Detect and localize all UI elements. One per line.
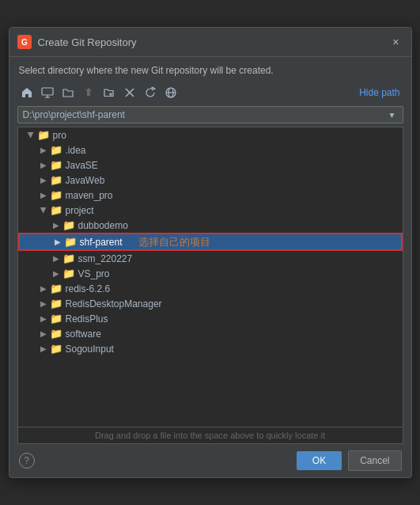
tree-item-shf-parent[interactable]: ▶ 📁 shf-parent 选择自己的项目 xyxy=(18,233,403,251)
tree-label-dubbodemo: dubbodemo xyxy=(78,220,128,231)
new-folder-button[interactable] xyxy=(100,84,119,101)
svg-rect-2 xyxy=(42,88,53,95)
tree-item-idea[interactable]: ▶ 📁 .idea xyxy=(18,142,403,158)
create-git-repository-dialog: G Create Git Repository × Select directo… xyxy=(9,27,412,478)
svg-text:G: G xyxy=(21,38,28,47)
git-icon: G xyxy=(17,35,32,49)
folder-pro-icon: 📁 xyxy=(37,129,50,141)
tree-label-sogou: SogouInput xyxy=(66,344,114,355)
folder-dubbodemo-icon: 📁 xyxy=(62,219,75,231)
chevron-ssm: ▶ xyxy=(50,254,62,263)
refresh-icon xyxy=(144,86,157,99)
chevron-idea: ▶ xyxy=(37,146,50,154)
tree-item-software[interactable]: ▶ 📁 software xyxy=(18,326,403,341)
tree-item-project[interactable]: ▶ 📁 project xyxy=(18,203,403,218)
folder-icon xyxy=(62,86,74,99)
chevron-sogou: ▶ xyxy=(37,344,50,353)
up-button[interactable] xyxy=(79,84,98,101)
dialog-title: Create Git Repository xyxy=(38,36,383,48)
folder-redis626-icon: 📁 xyxy=(50,283,62,294)
toolbar: Hide path xyxy=(9,81,411,104)
drag-hint: Drag and drop a file into the space abov… xyxy=(17,427,403,444)
title-bar: G Create Git Repository × xyxy=(9,28,411,57)
network-icon xyxy=(165,86,177,99)
tree-label-redis626: redis-6.2.6 xyxy=(66,283,111,294)
tree-label-software: software xyxy=(66,328,101,340)
tree-item-vs-pro[interactable]: ▶ 📁 VS_pro xyxy=(18,266,403,281)
path-dropdown-button[interactable]: ▼ xyxy=(387,111,398,120)
annotation-shf-parent: 选择自己的项目 xyxy=(138,235,210,249)
tree-label-pro: pro xyxy=(53,130,66,141)
chevron-vs-pro: ▶ xyxy=(50,269,62,278)
chevron-project: ▶ xyxy=(39,204,47,217)
folder-rdm-icon: 📁 xyxy=(50,298,62,309)
chevron-rdm: ▶ xyxy=(37,299,50,308)
svg-rect-5 xyxy=(87,92,90,96)
tree-item-ssm[interactable]: ▶ 📁 ssm_220227 xyxy=(18,251,403,266)
folder-software-icon: 📁 xyxy=(50,328,62,340)
desktop-icon xyxy=(41,86,54,99)
file-tree[interactable]: ▶ 📁 pro ▶ 📁 .idea ▶ 📁 JavaSE ▶ 📁 JavaWeb… xyxy=(17,127,403,427)
delete-button[interactable] xyxy=(120,84,139,101)
chevron-redisplus: ▶ xyxy=(37,314,50,323)
path-input[interactable] xyxy=(23,109,387,120)
folder-maven-pro-icon: 📁 xyxy=(50,189,62,201)
network-button[interactable] xyxy=(161,84,180,101)
folder-idea-icon: 📁 xyxy=(50,144,62,156)
folder-ssm-icon: 📁 xyxy=(62,252,75,264)
tree-label-redisplus: RedisPlus xyxy=(66,313,108,325)
new-folder-icon xyxy=(103,86,115,99)
chevron-pro: ▶ xyxy=(26,129,35,142)
tree-item-dubbodemo[interactable]: ▶ 📁 dubbodemo xyxy=(18,218,403,233)
chevron-javaweb: ▶ xyxy=(37,176,50,184)
tree-item-sogou[interactable]: ▶ 📁 SogouInput xyxy=(18,341,403,356)
folder-sogou-icon: 📁 xyxy=(50,343,62,355)
folder-vs-pro-icon: 📁 xyxy=(62,268,75,279)
folder-redisplus-icon: 📁 xyxy=(50,313,62,325)
folder-javaweb-icon: 📁 xyxy=(50,174,62,186)
tree-label-shf-parent: shf-parent xyxy=(80,237,123,248)
chevron-software: ▶ xyxy=(37,329,50,338)
tree-item-javaweb[interactable]: ▶ 📁 JavaWeb xyxy=(18,173,403,188)
cancel-button[interactable]: Cancel xyxy=(348,450,401,471)
help-button[interactable]: ? xyxy=(19,453,35,469)
home-icon xyxy=(21,86,33,99)
chevron-redis626: ▶ xyxy=(37,284,50,293)
up-arrow-icon xyxy=(82,86,95,99)
folder-shf-parent-icon: 📁 xyxy=(64,236,77,248)
chevron-javase: ▶ xyxy=(37,161,50,169)
tree-item-rdm[interactable]: ▶ 📁 RedisDesktopManager xyxy=(18,296,403,311)
footer: ? OK Cancel xyxy=(9,444,411,477)
path-bar: ▼ xyxy=(17,106,403,123)
tree-item-maven-pro[interactable]: ▶ 📁 maven_pro xyxy=(18,188,403,203)
close-button[interactable]: × xyxy=(388,34,403,50)
tree-label-vs-pro: VS_pro xyxy=(78,268,110,279)
chevron-shf-parent: ▶ xyxy=(51,237,64,246)
ok-button[interactable]: OK xyxy=(297,451,342,470)
tree-label-project: project xyxy=(66,205,94,216)
refresh-button[interactable] xyxy=(141,84,160,101)
tree-label-javase: JavaSE xyxy=(66,160,98,171)
tree-label-maven-pro: maven_pro xyxy=(66,190,113,201)
folder-project-icon: 📁 xyxy=(50,204,62,216)
desktop-button[interactable] xyxy=(38,84,57,101)
tree-label-idea: .idea xyxy=(66,145,86,156)
tree-label-javaweb: JavaWeb xyxy=(66,175,105,186)
tree-item-redisplus[interactable]: ▶ 📁 RedisPlus xyxy=(18,311,403,326)
delete-icon xyxy=(123,86,136,99)
tree-item-redis626[interactable]: ▶ 📁 redis-6.2.6 xyxy=(18,281,403,296)
folder-button[interactable] xyxy=(59,84,78,101)
tree-item-pro[interactable]: ▶ 📁 pro xyxy=(18,127,403,142)
chevron-maven-pro: ▶ xyxy=(37,191,50,199)
hide-path-button[interactable]: Hide path xyxy=(356,85,403,100)
tree-label-rdm: RedisDesktopManager xyxy=(66,298,162,309)
tree-item-javase[interactable]: ▶ 📁 JavaSE xyxy=(18,158,403,173)
chevron-dubbodemo: ▶ xyxy=(50,221,62,230)
home-button[interactable] xyxy=(17,84,36,101)
description-text: Select directory where the new Git repos… xyxy=(9,57,411,81)
tree-label-ssm: ssm_220227 xyxy=(78,253,133,264)
folder-javase-icon: 📁 xyxy=(50,159,62,171)
